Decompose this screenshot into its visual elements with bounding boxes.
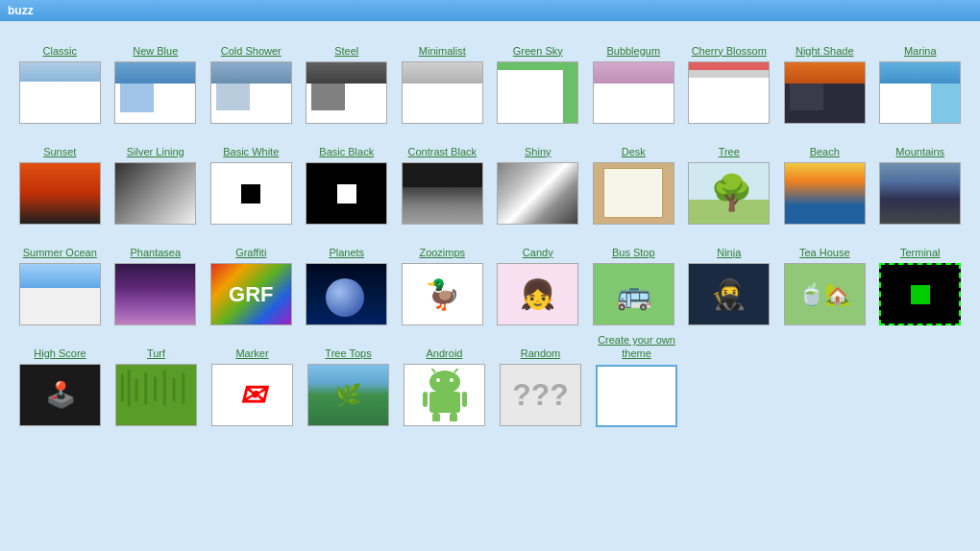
svg-rect-5: [154, 375, 157, 401]
theme-row-3: Summer Ocean Phantasea Graffiti GRF Plan…: [14, 232, 966, 325]
theme-item-zoozimps[interactable]: Zoozimps 🦆: [397, 232, 488, 325]
theme-item-contrast-black[interactable]: Contrast Black: [397, 132, 488, 225]
svg-rect-16: [462, 392, 467, 407]
svg-rect-1: [121, 374, 124, 402]
theme-item-tree-tops[interactable]: Tree Tops 🌿: [303, 333, 394, 426]
theme-row-2: Sunset Silver Lining Basic White Basic B…: [14, 132, 966, 225]
theme-item-desk[interactable]: Desk: [588, 132, 679, 225]
theme-item-summer-ocean[interactable]: Summer Ocean: [14, 232, 106, 325]
theme-row-4: High Score 🕹️ Turf: [14, 333, 966, 427]
theme-row-1: Classic New Blue Cold Shower Steel Minim…: [14, 31, 966, 124]
theme-item-classic[interactable]: Classic: [14, 31, 106, 124]
title-bar: buzz: [0, 0, 980, 21]
theme-item-basic-black[interactable]: Basic Black: [302, 132, 393, 225]
svg-rect-7: [173, 377, 176, 401]
theme-item-candy[interactable]: Candy 👧: [493, 232, 584, 325]
theme-item-mountains[interactable]: Mountains: [875, 132, 967, 225]
theme-item-sunset[interactable]: Sunset: [14, 132, 106, 225]
theme-item-steel[interactable]: Steel: [302, 31, 393, 124]
theme-item-cherry-blossom[interactable]: Cherry Blossom: [684, 31, 775, 124]
svg-rect-2: [128, 370, 131, 407]
theme-item-new-blue[interactable]: New Blue: [110, 31, 202, 124]
svg-rect-4: [144, 372, 147, 405]
svg-point-9: [429, 371, 460, 394]
theme-item-beach[interactable]: Beach: [779, 132, 870, 225]
svg-rect-8: [182, 373, 184, 404]
svg-line-12: [430, 369, 435, 372]
svg-rect-6: [163, 371, 166, 406]
theme-item-cold-shower[interactable]: Cold Shower: [206, 31, 297, 124]
theme-item-random[interactable]: Random ???: [495, 333, 586, 426]
title-bar-text: buzz: [8, 4, 34, 17]
theme-item-phantasea[interactable]: Phantasea: [110, 232, 202, 325]
svg-rect-17: [432, 413, 440, 421]
theme-item-bubblegum[interactable]: Bubblegum: [588, 31, 679, 124]
theme-item-marker[interactable]: Marker ✉: [207, 333, 298, 426]
theme-item-turf[interactable]: Turf: [110, 333, 202, 426]
svg-point-10: [436, 378, 440, 382]
svg-line-13: [454, 369, 459, 372]
theme-item-basic-white[interactable]: Basic White: [206, 132, 297, 225]
svg-rect-18: [450, 413, 457, 421]
theme-item-terminal[interactable]: Terminal: [875, 232, 967, 325]
theme-item-planets[interactable]: Planets: [302, 232, 393, 325]
theme-item-graffiti[interactable]: Graffiti GRF: [206, 232, 297, 325]
theme-item-tree[interactable]: Tree: [684, 132, 775, 225]
content-area: Classic New Blue Cold Shower Steel Minim…: [0, 21, 980, 437]
theme-item-shiny[interactable]: Shiny: [493, 132, 584, 225]
theme-item-green-sky[interactable]: Green Sky: [493, 31, 584, 124]
theme-item-night-shade[interactable]: Night Shade: [779, 31, 870, 124]
theme-item-android[interactable]: Android: [399, 333, 490, 426]
svg-rect-14: [429, 392, 460, 413]
svg-rect-3: [135, 378, 138, 401]
theme-item-tea-house[interactable]: Tea House 🍵🏡: [779, 232, 870, 325]
theme-item-create-own[interactable]: Create your own theme: [591, 333, 682, 427]
theme-item-ninja[interactable]: Ninja 🥷: [684, 232, 775, 325]
theme-item-high-score[interactable]: High Score 🕹️: [14, 333, 106, 426]
svg-rect-15: [423, 392, 428, 407]
theme-item-bus-stop[interactable]: Bus Stop 🚌: [588, 232, 679, 325]
theme-item-marina[interactable]: Marina: [875, 31, 967, 124]
theme-item-silver-lining[interactable]: Silver Lining: [110, 132, 202, 225]
svg-point-11: [450, 378, 453, 382]
theme-item-minimalist[interactable]: Minimalist: [397, 31, 488, 124]
